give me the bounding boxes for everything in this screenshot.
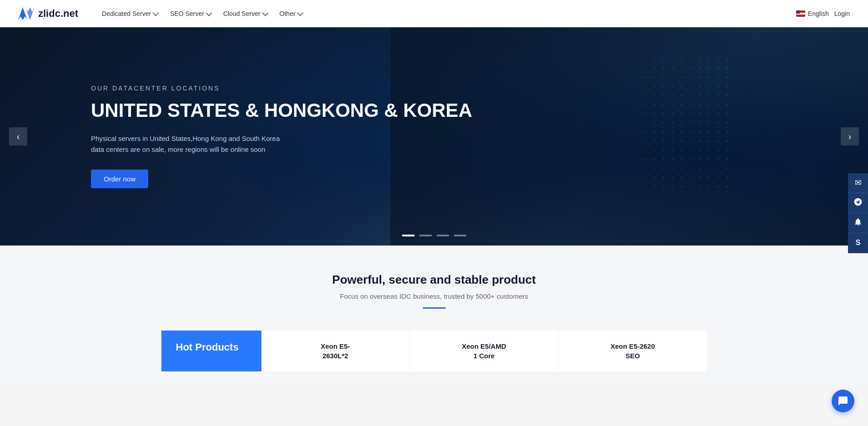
email-float-button[interactable]: ✉	[848, 173, 868, 193]
product-card-1[interactable]: Xeon E5-2630L*2	[261, 331, 410, 371]
product-title-3: Xeon E5-2620SEO	[568, 341, 698, 361]
nav-other[interactable]: Other	[274, 6, 307, 21]
nav-dedicated-server[interactable]: Dedicated Server	[96, 6, 163, 21]
telegram-icon	[853, 197, 863, 209]
slider-prev-button[interactable]: ‹	[9, 127, 27, 145]
section-title: Powerful, secure and stable product	[18, 273, 850, 287]
nav-cloud-server[interactable]: Cloud Server	[218, 6, 272, 21]
slider-dot-1[interactable]	[402, 235, 415, 236]
order-now-button[interactable]: Order now	[91, 170, 148, 188]
svg-marker-0	[18, 7, 27, 20]
products-section: Powerful, secure and stable product Focu…	[0, 246, 868, 390]
slider-next-button[interactable]: ›	[841, 127, 859, 145]
hero-section: OUR DATACENTER LOCATIONS UNITED STATES &…	[0, 27, 868, 246]
section-divider	[423, 307, 446, 309]
email-icon: ✉	[855, 178, 862, 188]
skype-icon: S	[856, 239, 861, 247]
flag-icon	[796, 10, 805, 17]
slider-dot-3[interactable]	[437, 235, 449, 236]
slider-dot-2[interactable]	[419, 235, 432, 236]
product-title-2: Xeon E5/AMD1 Core	[419, 341, 549, 361]
chevron-down-icon	[206, 10, 212, 16]
svg-marker-1	[25, 7, 35, 20]
product-card-3[interactable]: Xeon E5-2620SEO	[559, 331, 707, 371]
hero-subtitle: OUR DATACENTER LOCATIONS	[91, 85, 472, 92]
nav-seo-server[interactable]: SEO Server	[165, 6, 216, 21]
nav-links: Dedicated Server SEO Server Cloud Server…	[96, 6, 796, 21]
login-button[interactable]: Login	[834, 10, 850, 17]
bell-float-button[interactable]	[848, 213, 868, 233]
section-header: Powerful, secure and stable product Focu…	[18, 273, 850, 309]
chevron-down-icon	[297, 10, 303, 16]
telegram-float-button[interactable]	[848, 193, 868, 213]
slider-dots	[402, 235, 467, 236]
chevron-down-icon	[153, 10, 159, 16]
nav-right: English Login	[796, 10, 850, 17]
hot-products-tab[interactable]: Hot Products	[161, 331, 261, 371]
hero-content: OUR DATACENTER LOCATIONS UNITED STATES &…	[0, 85, 472, 188]
product-cards: Xeon E5-2630L*2 Xeon E5/AMD1 Core Xeon E…	[261, 331, 707, 371]
floating-sidebar: ✉ S	[848, 173, 868, 253]
slider-dot-4[interactable]	[454, 235, 467, 236]
bell-icon	[853, 217, 863, 229]
product-card-2[interactable]: Xeon E5/AMD1 Core	[410, 331, 559, 371]
product-title-1: Xeon E5-2630L*2	[271, 341, 401, 361]
chevron-down-icon	[262, 10, 268, 16]
logo[interactable]: zlidc.net	[18, 7, 78, 20]
navbar: zlidc.net Dedicated Server SEO Server Cl…	[0, 0, 868, 27]
products-area: Hot Products Xeon E5-2630L*2 Xeon E5/AMD…	[161, 331, 707, 371]
logo-text: zlidc.net	[38, 8, 78, 20]
hero-description: Physical servers in United States,Hong K…	[91, 133, 291, 155]
section-description: Focus on overseas IDC business, trusted …	[18, 292, 850, 300]
logo-icon	[18, 7, 35, 20]
hero-title: UNITED STATES & HONGKONG & KOREA	[91, 99, 472, 122]
language-selector[interactable]: English	[796, 10, 829, 17]
skype-float-button[interactable]: S	[848, 233, 868, 253]
